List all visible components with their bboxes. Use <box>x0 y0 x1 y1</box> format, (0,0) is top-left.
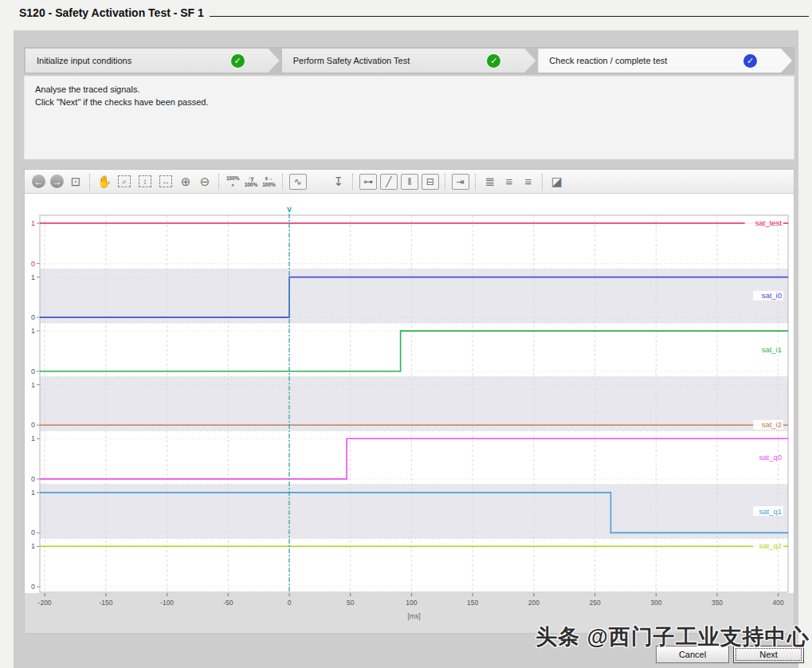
svg-text:350: 350 <box>712 599 723 607</box>
trace-chart[interactable]: 10101010101010-200-150-100-5005010015020… <box>25 194 794 633</box>
zoom-100-icon[interactable]: 100%⌕ <box>226 175 240 187</box>
show-complete-trace-icon[interactable]: ⊡ <box>66 173 85 191</box>
svg-text:0: 0 <box>31 529 35 536</box>
svg-text:sat_q1: sat_q1 <box>759 507 782 516</box>
back-icon[interactable]: ← <box>32 175 45 188</box>
curve-display-icon[interactable]: ∿ <box>289 174 307 190</box>
legend-icon[interactable]: ≣ <box>481 173 500 191</box>
show-samples-icon[interactable]: ⊶ <box>359 174 377 190</box>
zoom-y-selection-icon[interactable]: ↕ <box>139 175 151 187</box>
separator <box>218 174 220 190</box>
window-title: S120 - Safety Activation Test - SF 1 <box>19 6 204 19</box>
instruction-box: Analyse the traced signals. Click "Next"… <box>24 76 794 159</box>
wizard-step-label: Check reaction / complete test <box>549 56 743 65</box>
svg-text:sat_q2: sat_q2 <box>759 541 782 550</box>
separator <box>445 174 446 190</box>
cancel-button[interactable]: Cancel <box>656 646 729 663</box>
fill-color-icon[interactable]: ◪ <box>547 173 567 191</box>
svg-text:sat_i1: sat_i1 <box>762 345 782 354</box>
svg-text:0: 0 <box>31 583 35 591</box>
wizard-step-1[interactable]: Initialize input conditions✓ <box>25 49 280 73</box>
svg-text:0: 0 <box>31 475 35 483</box>
trace-panel: ←→⊡✋⌕↕↔⊕⊖100%⌕↑y100%x→100%∿↧⊶╱‖⊟⇥≣≡≡◪ 10… <box>24 169 794 634</box>
svg-text:-150: -150 <box>99 599 112 607</box>
align-left-icon[interactable]: ≡ <box>500 173 519 191</box>
svg-text:0: 0 <box>31 367 35 375</box>
svg-text:1: 1 <box>31 381 35 389</box>
vertical-cursors-icon[interactable]: ‖ <box>401 174 418 190</box>
svg-text:-200: -200 <box>38 599 52 607</box>
wizard-step-3[interactable]: Check reaction / complete test✓ <box>538 49 792 73</box>
forward-icon[interactable]: → <box>50 175 64 188</box>
separator <box>89 174 91 190</box>
green-check-icon: ✓ <box>487 54 500 68</box>
separator <box>475 174 477 190</box>
trace-toolbar: ←→⊡✋⌕↕↔⊕⊖100%⌕↑y100%x→100%∿↧⊶╱‖⊟⇥≣≡≡◪ <box>25 170 794 194</box>
svg-text:sat_i0: sat_i0 <box>762 291 782 300</box>
svg-text:300: 300 <box>650 599 661 607</box>
svg-text:v: v <box>287 205 292 214</box>
zoom-x-100-icon[interactable]: x→100% <box>262 175 276 187</box>
svg-text:1: 1 <box>31 542 35 550</box>
svg-text:400: 400 <box>773 599 784 607</box>
horizontal-cursors-icon[interactable]: ⊟ <box>422 174 439 190</box>
separator <box>542 174 543 190</box>
next-button[interactable]: Next <box>733 646 804 663</box>
green-check-icon: ✓ <box>231 54 245 68</box>
svg-text:sat_test: sat_test <box>755 218 783 227</box>
svg-text:1: 1 <box>31 327 35 335</box>
svg-text:[ms]: [ms] <box>407 612 420 620</box>
pan-icon[interactable]: ✋ <box>95 173 114 191</box>
svg-text:1: 1 <box>31 489 35 497</box>
svg-text:-50: -50 <box>223 599 233 607</box>
svg-text:0: 0 <box>31 421 35 429</box>
svg-text:sat_i2: sat_i2 <box>762 420 782 429</box>
svg-text:sat_q0: sat_q0 <box>759 453 782 462</box>
svg-text:1: 1 <box>31 273 35 281</box>
svg-text:150: 150 <box>467 599 478 607</box>
interpolation-icon[interactable]: ╱ <box>380 174 398 190</box>
title-underline <box>210 6 809 17</box>
separator <box>352 174 354 190</box>
instruction-line-2: Click "Next" if the checks have been pas… <box>35 96 783 109</box>
wizard-step-2[interactable]: Perform Safety Activation Test✓ <box>282 49 536 73</box>
svg-text:0: 0 <box>31 313 35 321</box>
wizard-step-label: Initialize input conditions <box>37 56 231 65</box>
zoom-selection-icon[interactable]: ⌕ <box>118 175 131 187</box>
export-measurements-icon[interactable]: ↧ <box>329 173 348 191</box>
svg-text:0: 0 <box>31 260 35 268</box>
assign-axis-icon[interactable]: ⇥ <box>452 174 469 190</box>
svg-text:200: 200 <box>528 599 539 607</box>
svg-text:50: 50 <box>347 599 355 607</box>
window-title-row: S120 - Safety Activation Test - SF 1 <box>19 6 809 19</box>
zoom-y-100-icon[interactable]: ↑y100% <box>245 175 258 187</box>
blue-check-icon: ✓ <box>743 54 757 68</box>
zoom-out-icon[interactable]: ⊖ <box>195 173 214 191</box>
wizard-bar: Initialize input conditions✓Perform Safe… <box>24 47 794 74</box>
align-right-icon[interactable]: ≡ <box>519 173 538 191</box>
svg-text:250: 250 <box>590 599 601 607</box>
svg-text:-100: -100 <box>160 599 174 607</box>
instruction-line-1: Analyse the traced signals. <box>35 84 783 96</box>
svg-text:1: 1 <box>31 219 35 227</box>
zoom-x-selection-icon[interactable]: ↔ <box>159 175 172 187</box>
svg-text:100: 100 <box>406 599 417 607</box>
wizard-step-label: Perform Safety Activation Test <box>293 56 488 65</box>
zoom-in-icon[interactable]: ⊕ <box>176 173 195 191</box>
separator <box>282 174 284 190</box>
svg-text:1: 1 <box>31 434 35 442</box>
svg-text:0: 0 <box>288 599 292 607</box>
